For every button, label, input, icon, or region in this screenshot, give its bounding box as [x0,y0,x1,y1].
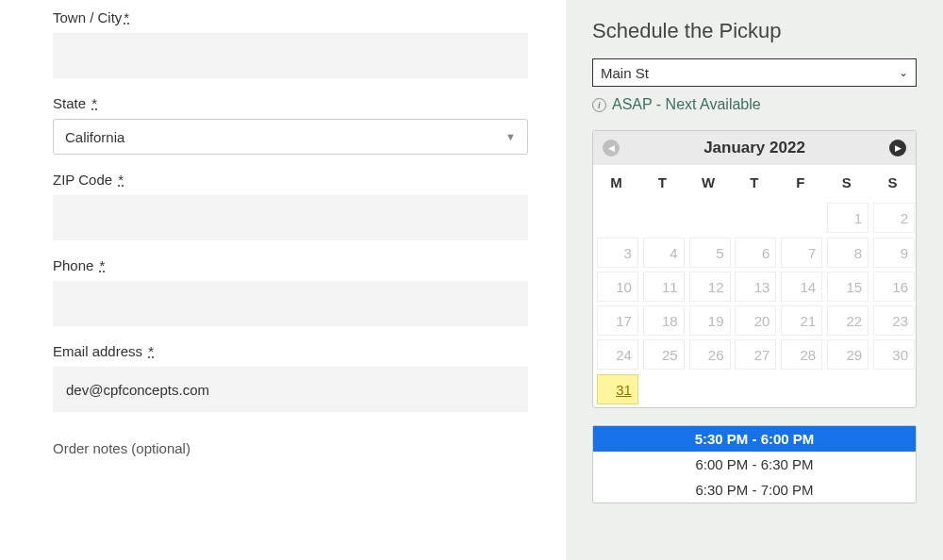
calendar-header: ◀ January 2022 ▶ [593,131,916,165]
calendar-day[interactable]: 1 [827,203,869,233]
calendar-day[interactable]: 28 [781,339,822,370]
calendar-grid: MTWTFSS 12345678910111213141516171819202… [593,165,916,407]
calendar-day[interactable]: 3 [597,238,638,268]
required-marker: * [148,343,154,359]
calendar-day[interactable]: 5 [689,238,731,268]
calendar-day[interactable]: 19 [689,305,731,336]
calendar-day[interactable]: 26 [689,339,731,370]
calendar-day[interactable]: 22 [827,305,869,336]
calendar-day[interactable]: 20 [735,305,776,336]
calendar-day[interactable]: 30 [873,339,915,370]
calendar-dow: W [686,165,732,200]
calendar-day[interactable]: 27 [735,339,776,370]
order-notes-group: Order notes (optional) [53,440,528,457]
calendar-day[interactable]: 4 [643,238,685,268]
chevron-down-icon: ▼ [505,131,516,142]
email-label: Email address * [53,343,528,359]
calendar-day[interactable]: 31 [597,374,638,404]
calendar-day [873,372,915,403]
zip-group: ZIP Code * [53,172,528,240]
calendar-day[interactable]: 21 [781,305,822,336]
schedule-title: Schedule the Pickup [592,19,917,43]
label-text: ZIP Code [53,172,112,188]
calendar-day[interactable]: 12 [689,272,731,302]
calendar-day[interactable]: 18 [643,305,685,336]
calendar-day [827,372,869,403]
location-selected-value: Main St [601,65,649,81]
calendar-day[interactable]: 14 [781,272,822,302]
calendar-day[interactable]: 6 [735,238,776,268]
calendar-day[interactable]: 9 [873,238,915,268]
calendar-day[interactable]: 25 [643,339,685,370]
calendar-day [643,372,685,403]
time-slot-list: 5:30 PM - 6:00 PM6:00 PM - 6:30 PM6:30 P… [592,425,917,503]
time-slot[interactable]: 6:00 PM - 6:30 PM [593,452,916,477]
order-notes-label: Order notes (optional) [53,440,190,456]
phone-label: Phone * [53,257,528,273]
calendar-next-button[interactable]: ▶ [889,140,906,156]
calendar-day [781,201,822,231]
location-select[interactable]: Main St ⌄ [592,58,917,87]
zip-label: ZIP Code * [53,172,528,188]
calendar-month-label: January 2022 [703,139,805,157]
town-city-label: Town / City* [53,9,528,25]
zip-input[interactable] [53,195,528,240]
required-marker: * [91,95,97,111]
chevron-down-icon: ⌄ [899,66,908,79]
calendar-day[interactable]: 10 [597,272,638,302]
calendar-day[interactable]: 16 [873,272,915,302]
label-text: State [53,95,86,111]
calendar-dow: T [732,165,778,200]
state-select[interactable]: California ▼ [53,119,528,155]
email-input[interactable] [53,367,528,412]
calendar-prev-button[interactable]: ◀ [603,140,620,156]
calendar-day[interactable]: 17 [597,305,638,336]
calendar-day[interactable]: 7 [781,238,822,268]
required-marker: * [124,9,129,25]
required-marker: * [118,172,124,188]
calendar-day [597,201,638,231]
email-group: Email address * [53,343,528,412]
calendar-day [781,372,822,403]
calendar-day[interactable]: 15 [827,272,869,302]
asap-option[interactable]: i ASAP - Next Available [592,96,917,113]
info-icon: i [592,98,606,112]
calendar-day[interactable]: 24 [597,339,638,370]
calendar-dow: T [639,165,686,200]
calendar-dow: S [823,165,869,200]
phone-input[interactable] [53,281,528,326]
calendar: ◀ January 2022 ▶ MTWTFSS 123456789101112… [592,130,917,408]
calendar-dow: M [593,165,639,200]
calendar-day [643,201,685,231]
required-marker: * [100,257,106,273]
calendar-day [735,372,776,403]
calendar-day[interactable]: 23 [873,305,915,336]
calendar-day[interactable]: 11 [643,272,685,302]
asap-label: ASAP - Next Available [612,96,761,113]
label-text: Phone [53,257,93,273]
calendar-day [689,201,731,231]
town-city-input[interactable] [53,33,528,78]
calendar-day[interactable]: 29 [827,339,869,370]
calendar-dow: S [869,165,916,200]
town-city-group: Town / City* [53,9,528,78]
phone-group: Phone * [53,257,528,326]
calendar-day [689,372,731,403]
state-group: State * California ▼ [53,95,528,155]
state-selected-value: California [65,129,124,145]
billing-form: Town / City* State * California ▼ ZIP Co… [0,0,566,560]
label-text: Email address [53,343,142,359]
calendar-day[interactable]: 8 [827,238,869,268]
state-label: State * [53,95,528,111]
calendar-day[interactable]: 13 [735,272,776,302]
time-slot[interactable]: 6:30 PM - 7:00 PM [593,477,916,502]
calendar-day [735,201,776,231]
schedule-panel: Schedule the Pickup Main St ⌄ i ASAP - N… [566,0,943,560]
time-slot[interactable]: 5:30 PM - 6:00 PM [593,426,916,452]
calendar-dow: F [777,165,823,200]
label-text: Town / City [53,9,122,25]
calendar-day[interactable]: 2 [873,203,915,233]
